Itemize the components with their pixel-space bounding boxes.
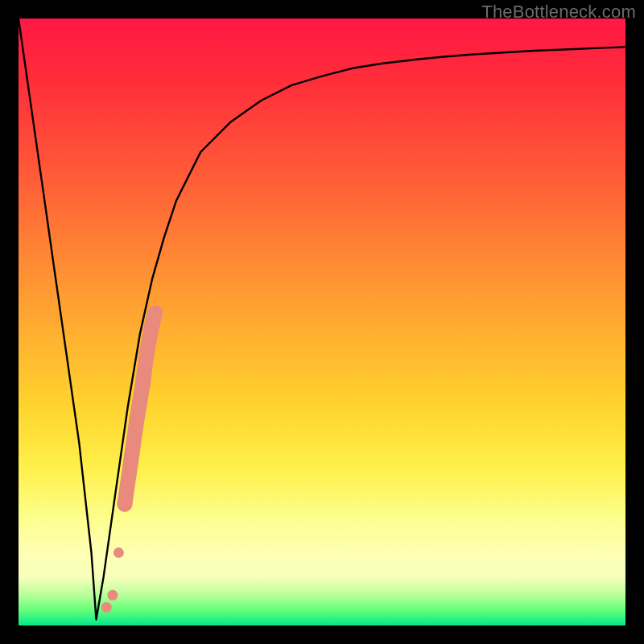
curve-svg <box>19 19 625 625</box>
highlight-dot <box>138 351 154 366</box>
highlight-dot <box>117 497 132 512</box>
highlight-dot <box>135 375 151 390</box>
highlight-dot <box>147 305 163 320</box>
highlight-dot <box>101 602 112 613</box>
highlight-dot <box>123 454 138 469</box>
watermark-label: TheBottleneck.com <box>481 2 636 23</box>
highlight-dot <box>130 411 145 427</box>
highlight-dot <box>142 332 157 348</box>
highlight-dot <box>114 547 124 558</box>
highlight-dot <box>107 590 118 601</box>
highlight-overlay <box>101 305 163 613</box>
chart-frame: TheBottleneck.com <box>0 0 644 644</box>
plot-area <box>19 19 625 625</box>
bottleneck-curve <box>19 19 625 620</box>
